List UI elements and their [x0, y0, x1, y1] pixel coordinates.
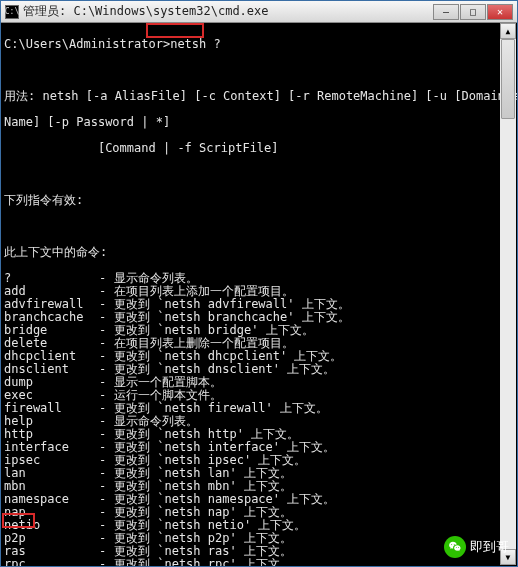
blank-line	[4, 64, 514, 77]
blank-line	[4, 220, 514, 233]
command-row: dump- 显示一个配置脚本。	[4, 376, 514, 389]
usage-line1: 用法: netsh [-a AliasFile] [-c Context] [-…	[4, 90, 514, 103]
usage-line2: Name] [-p Password | *]	[4, 116, 514, 129]
watermark: 即到哥	[444, 536, 509, 558]
close-button[interactable]: ✕	[487, 4, 513, 20]
scroll-thumb[interactable]	[501, 39, 515, 119]
cmd-icon: C:\	[5, 5, 19, 19]
command-row: firewall- 更改到 `netsh firewall' 上下文。	[4, 402, 514, 415]
command-list: ?- 显示命令列表。add- 在项目列表上添加一个配置项目。advfirewal…	[4, 272, 514, 566]
minimize-button[interactable]: —	[433, 4, 459, 20]
highlight-netsh-cmd	[146, 23, 204, 38]
titlebar[interactable]: C:\ 管理员: C:\Windows\system32\cmd.exe — □…	[1, 1, 517, 23]
cmd-window: C:\ 管理员: C:\Windows\system32\cmd.exe — □…	[0, 0, 518, 567]
prompt-line: C:\Users\Administrator>netsh ?	[4, 38, 514, 51]
command-dash: -	[99, 558, 114, 566]
valid-commands-header: 下列指令有效:	[4, 194, 514, 207]
command-desc: 更改到 `netsh rpc' 上下文。	[114, 558, 292, 566]
vertical-scrollbar[interactable]: ▲ ▼	[500, 23, 516, 565]
command-name: rpc	[4, 558, 99, 566]
window-title: 管理员: C:\Windows\system32\cmd.exe	[23, 3, 433, 20]
blank-line	[4, 168, 514, 181]
usage-line3: [Command | -f ScriptFile]	[4, 142, 514, 155]
usage-text: netsh [-a AliasFile] [-c Context] [-r Re…	[35, 89, 517, 103]
watermark-text: 即到哥	[470, 538, 509, 556]
command-row: rpc- 更改到 `netsh rpc' 上下文。	[4, 558, 514, 566]
wechat-icon	[444, 536, 466, 558]
scroll-track[interactable]	[500, 39, 516, 549]
context-commands-header: 此上下文中的命令:	[4, 246, 514, 259]
prompt-path: C:\Users\Administrator>	[4, 37, 170, 51]
usage-label: 用法:	[4, 89, 35, 103]
command-row: dnsclient- 更改到 `netsh dnsclient' 上下文。	[4, 363, 514, 376]
scroll-up-button[interactable]: ▲	[500, 23, 516, 39]
window-buttons: — □ ✕	[433, 4, 513, 20]
terminal-output[interactable]: C:\Users\Administrator>netsh ? 用法: netsh…	[1, 23, 517, 566]
prompt-command: netsh ?	[170, 37, 221, 51]
maximize-button[interactable]: □	[460, 4, 486, 20]
